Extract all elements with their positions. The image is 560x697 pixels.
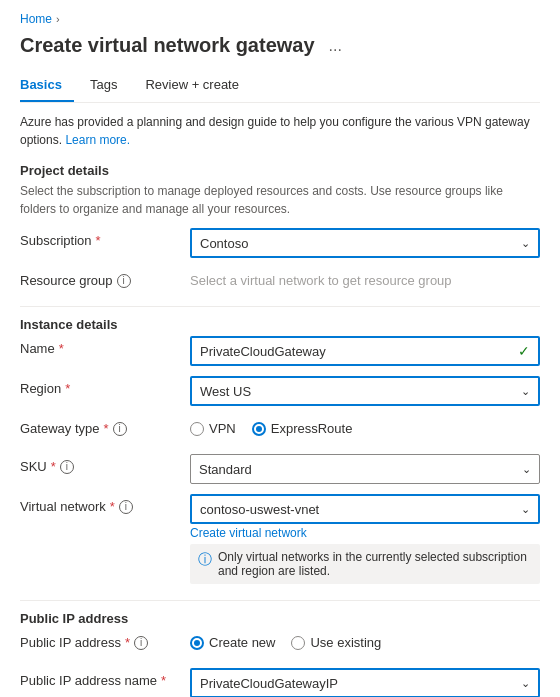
page-title: Create virtual network gateway <box>20 34 315 57</box>
virtual-network-required: * <box>110 499 115 514</box>
region-row: Region * West US ⌄ <box>20 376 540 406</box>
tab-tags[interactable]: Tags <box>90 69 129 102</box>
public-ip-name-value: PrivateCloudGatewayIP <box>200 676 338 691</box>
breadcrumb-home[interactable]: Home <box>20 12 52 26</box>
use-existing-label: Use existing <box>310 635 381 650</box>
subscription-required: * <box>96 233 101 248</box>
sku-value: Standard <box>199 462 252 477</box>
region-control: West US ⌄ <box>190 376 540 406</box>
instance-details-section: Instance details Name * PrivateCloudGate… <box>20 317 540 590</box>
name-row: Name * PrivateCloudGateway ✓ <box>20 336 540 366</box>
sku-row: SKU * i Standard ⌄ <box>20 454 540 484</box>
virtual-network-info-icon[interactable]: i <box>119 500 133 514</box>
name-label: Name * <box>20 336 190 356</box>
gateway-type-expressroute-radio[interactable] <box>252 422 266 436</box>
public-ip-required: * <box>125 635 130 650</box>
info-bar-link[interactable]: Learn more. <box>65 133 130 147</box>
sku-control: Standard ⌄ <box>190 454 540 484</box>
create-new-radio[interactable] <box>190 636 204 650</box>
public-ip-name-row: Public IP address name * PrivateCloudGat… <box>20 668 540 697</box>
gateway-type-expressroute-option[interactable]: ExpressRoute <box>252 421 353 436</box>
name-valid-icon: ✓ <box>518 343 530 359</box>
gateway-type-radio-group: VPN ExpressRoute <box>190 416 540 436</box>
public-ip-info-icon[interactable]: i <box>134 636 148 650</box>
gateway-type-required: * <box>104 421 109 436</box>
breadcrumb-separator: › <box>56 13 60 25</box>
subscription-value: Contoso <box>200 236 248 251</box>
region-value: West US <box>200 384 251 399</box>
gateway-type-vpn-option[interactable]: VPN <box>190 421 236 436</box>
virtual-network-notice: ⓘ Only virtual networks in the currently… <box>190 544 540 584</box>
region-select[interactable]: West US ⌄ <box>190 376 540 406</box>
public-ip-title: Public IP address <box>20 611 540 626</box>
tab-review-create[interactable]: Review + create <box>145 69 251 102</box>
public-ip-address-row: Public IP address * i Create new Use exi… <box>20 630 540 658</box>
name-control: PrivateCloudGateway ✓ <box>190 336 540 366</box>
resource-group-row: Resource group i Select a virtual networ… <box>20 268 540 296</box>
create-new-option[interactable]: Create new <box>190 635 275 650</box>
public-ip-name-label: Public IP address name * <box>20 668 190 688</box>
gateway-type-control: VPN ExpressRoute <box>190 416 540 436</box>
public-ip-name-input[interactable]: PrivateCloudGatewayIP ⌄ <box>190 668 540 697</box>
tabs-container: Basics Tags Review + create <box>20 69 540 103</box>
subscription-select[interactable]: Contoso ⌄ <box>190 228 540 258</box>
instance-details-title: Instance details <box>20 317 540 332</box>
sku-required: * <box>51 459 56 474</box>
public-ip-name-required: * <box>161 673 166 688</box>
public-ip-address-label: Public IP address * i <box>20 630 190 650</box>
subscription-chevron: ⌄ <box>521 237 530 250</box>
notice-info-icon: ⓘ <box>198 551 212 569</box>
resource-group-control: Select a virtual network to get resource… <box>190 268 540 288</box>
name-input[interactable]: PrivateCloudGateway ✓ <box>190 336 540 366</box>
resource-group-info-icon[interactable]: i <box>117 274 131 288</box>
gateway-type-label: Gateway type * i <box>20 416 190 436</box>
virtual-network-chevron: ⌄ <box>521 503 530 516</box>
sku-info-icon[interactable]: i <box>60 460 74 474</box>
tab-basics[interactable]: Basics <box>20 69 74 102</box>
sku-select[interactable]: Standard ⌄ <box>190 454 540 484</box>
region-label: Region * <box>20 376 190 396</box>
page-header: Create virtual network gateway ... <box>20 34 540 57</box>
subscription-control: Contoso ⌄ <box>190 228 540 258</box>
virtual-network-select[interactable]: contoso-uswest-vnet ⌄ <box>190 494 540 524</box>
gateway-type-info-icon[interactable]: i <box>113 422 127 436</box>
virtual-network-label: Virtual network * i <box>20 494 190 514</box>
name-required: * <box>59 341 64 356</box>
virtual-network-value: contoso-uswest-vnet <box>200 502 319 517</box>
breadcrumb: Home › <box>20 12 540 26</box>
resource-group-placeholder: Select a virtual network to get resource… <box>190 268 540 288</box>
sku-chevron: ⌄ <box>522 463 531 476</box>
info-bar: Azure has provided a planning and design… <box>20 113 540 149</box>
gateway-type-row: Gateway type * i VPN ExpressRoute <box>20 416 540 444</box>
virtual-network-row: Virtual network * i contoso-uswest-vnet … <box>20 494 540 590</box>
public-ip-radio-control: Create new Use existing <box>190 630 540 650</box>
divider-2 <box>20 600 540 601</box>
region-chevron: ⌄ <box>521 385 530 398</box>
gateway-type-vpn-label: VPN <box>209 421 236 436</box>
use-existing-radio[interactable] <box>291 636 305 650</box>
divider-1 <box>20 306 540 307</box>
virtual-network-control: contoso-uswest-vnet ⌄ Create virtual net… <box>190 494 540 590</box>
use-existing-option[interactable]: Use existing <box>291 635 381 650</box>
create-virtual-network-link[interactable]: Create virtual network <box>190 526 540 540</box>
notice-text: Only virtual networks in the currently s… <box>218 550 532 578</box>
sku-label: SKU * i <box>20 454 190 474</box>
subscription-label: Subscription * <box>20 228 190 248</box>
resource-group-label: Resource group i <box>20 268 190 288</box>
public-ip-name-chevron: ⌄ <box>521 677 530 690</box>
create-new-label: Create new <box>209 635 275 650</box>
gateway-type-vpn-radio[interactable] <box>190 422 204 436</box>
gateway-type-expressroute-label: ExpressRoute <box>271 421 353 436</box>
project-details-desc: Select the subscription to manage deploy… <box>20 182 540 218</box>
public-ip-radio-group: Create new Use existing <box>190 630 540 650</box>
region-required: * <box>65 381 70 396</box>
public-ip-name-control: PrivateCloudGatewayIP ⌄ <box>190 668 540 697</box>
subscription-row: Subscription * Contoso ⌄ <box>20 228 540 258</box>
project-details-title: Project details <box>20 163 540 178</box>
project-details-section: Project details Select the subscription … <box>20 163 540 296</box>
name-value: PrivateCloudGateway <box>200 344 326 359</box>
public-ip-section: Public IP address Public IP address * i … <box>20 611 540 697</box>
ellipsis-button[interactable]: ... <box>323 35 348 57</box>
